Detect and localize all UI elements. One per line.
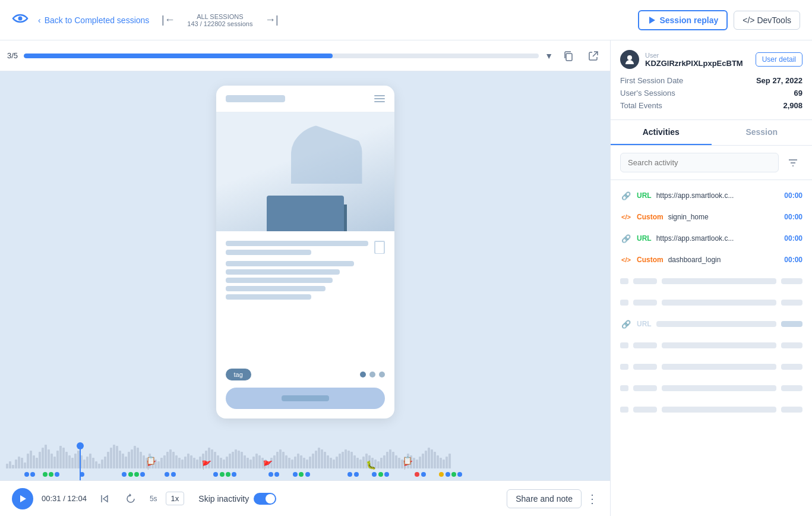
- progress-fraction: 3/5: [7, 51, 18, 60]
- activity-name: https://app.smartlook.c...: [656, 191, 780, 200]
- hamburger-icon: [374, 95, 385, 102]
- activity-item[interactable]: </> Custom signin_home 00:00: [611, 206, 812, 228]
- activity-item: [611, 292, 812, 313]
- hero-shape: [291, 124, 362, 184]
- person-icon: [624, 54, 635, 65]
- ph-line-7: [226, 294, 311, 300]
- speed-label: 1x: [171, 494, 179, 503]
- placeholder-icon: [620, 278, 628, 284]
- total-events-value: 2,908: [783, 101, 802, 110]
- timeline-dot: [43, 472, 48, 477]
- timeline-dot: [305, 472, 310, 477]
- devtools-button[interactable]: </> DevTools: [734, 11, 800, 30]
- timeline-dot: [24, 472, 29, 477]
- timeline-area[interactable]: // Will be rendered after DOM load 🚩🚩🚩🐛🚩…: [0, 433, 610, 480]
- phone-tag: tag: [226, 369, 251, 380]
- timeline-dot: [80, 472, 84, 477]
- tab-session[interactable]: Session: [712, 120, 813, 145]
- code-icon: </>: [620, 254, 632, 266]
- activity-item[interactable]: 🔗 URL https://app.smartlook.c... 00:00: [611, 228, 812, 249]
- session-replay-button[interactable]: Session replay: [638, 10, 728, 30]
- user-name: KDZGlRzrkPIXLpxpEcBTM: [645, 59, 743, 68]
- activity-item: [611, 356, 812, 377]
- first-session-button[interactable]: |←: [159, 11, 178, 30]
- placeholder-name: [662, 278, 776, 284]
- share-note-label: Share and note: [516, 494, 573, 504]
- placeholder-badge: [633, 342, 657, 348]
- back-label: Back to Completed sessions: [45, 15, 150, 25]
- ph-line-1: [226, 241, 368, 246]
- timeline-dot: [446, 472, 450, 477]
- placeholder-time: [781, 364, 802, 370]
- timeline-dot: [293, 472, 298, 477]
- external-link-icon: [588, 51, 599, 61]
- play-button[interactable]: [12, 488, 33, 509]
- phone-header-text: [226, 95, 285, 102]
- dot-1: [360, 372, 366, 377]
- activity-time: 00:00: [784, 234, 802, 243]
- more-options-button[interactable]: ⋮: [586, 492, 598, 506]
- search-input[interactable]: [620, 153, 779, 172]
- dot-3: [379, 372, 385, 377]
- activity-time: 00:00: [784, 191, 802, 200]
- progress-track: [24, 54, 539, 58]
- placeholder-icon: [620, 342, 628, 348]
- timeline-dot: [372, 472, 377, 477]
- skip-inactivity-control: Skip inactivity: [198, 493, 276, 505]
- first-session-label: First Session Date: [620, 76, 683, 85]
- user-label: User: [645, 52, 743, 59]
- external-link-button[interactable]: [584, 46, 603, 65]
- copy-button[interactable]: [559, 46, 578, 65]
- back-button[interactable]: ‹ Back to Completed sessions: [38, 15, 149, 25]
- timeline-dot: [55, 472, 59, 477]
- placeholder-name: [662, 385, 776, 391]
- placeholder-icon: [620, 364, 628, 370]
- phone-content: [216, 231, 394, 361]
- dot-2: [369, 372, 375, 377]
- speed-button[interactable]: 1x: [166, 492, 185, 505]
- chevron-left-icon: ‹: [38, 15, 41, 25]
- session-replay-label: Session replay: [659, 15, 718, 25]
- timeline-note: 📋: [403, 456, 412, 465]
- tab-activities[interactable]: Activities: [611, 120, 712, 145]
- timeline-dot: [439, 472, 444, 477]
- placeholder-time: [781, 321, 802, 327]
- skip-to-start-icon: [100, 494, 109, 504]
- progress-area: 3/5 ▼: [0, 40, 610, 71]
- placeholder-icon: [620, 385, 628, 391]
- user-stats: First Session Date Sep 27, 2022 User's S…: [620, 76, 802, 110]
- activity-item[interactable]: 🔗 URL https://app.smartlook.c... 00:00: [611, 185, 812, 206]
- timeline-flag: 🐛: [366, 460, 376, 470]
- more-options-icon: ⋮: [586, 492, 598, 506]
- play-triangle-icon: [18, 495, 27, 503]
- placeholder-icon: [620, 300, 628, 306]
- placeholder-badge: [633, 300, 657, 306]
- placeholder-name: [662, 300, 776, 306]
- top-bar-left: ‹ Back to Completed sessions |← ALL SESS…: [12, 11, 281, 30]
- share-note-button[interactable]: Share and note: [507, 489, 582, 508]
- skip-to-start-button[interactable]: [95, 489, 114, 508]
- last-session-button[interactable]: →|: [262, 11, 281, 30]
- content-lines: [226, 241, 368, 300]
- ph-line-4: [226, 269, 340, 275]
- phone-mockup: tag: [216, 86, 394, 419]
- skip-back-label: 5s: [150, 495, 157, 503]
- timeline-dot: [226, 472, 230, 477]
- filter-button[interactable]: [783, 153, 802, 172]
- placeholder-icon: [620, 407, 628, 413]
- all-sessions-label: ALL SESSIONS: [187, 13, 252, 20]
- skip-back-button[interactable]: [122, 489, 141, 508]
- activity-item: [611, 377, 812, 399]
- right-panel: User KDZGlRzrkPIXLpxpEcBTM User detail F…: [610, 40, 812, 516]
- total-events-row: Total Events 2,908: [620, 101, 802, 110]
- user-sessions-label: User's Sessions: [620, 89, 675, 97]
- skip-inactivity-toggle[interactable]: [254, 493, 276, 505]
- top-bar-right: Session replay </> DevTools: [638, 10, 800, 30]
- user-detail-button[interactable]: User detail: [756, 52, 802, 67]
- placeholder-badge: [633, 407, 657, 413]
- activity-badge: URL: [637, 320, 652, 328]
- timeline-note: 📋: [146, 456, 156, 465]
- activity-item[interactable]: </> Custom dashboard_login 00:00: [611, 249, 812, 270]
- placeholder-name: [656, 321, 776, 327]
- placeholder-time: [781, 342, 802, 348]
